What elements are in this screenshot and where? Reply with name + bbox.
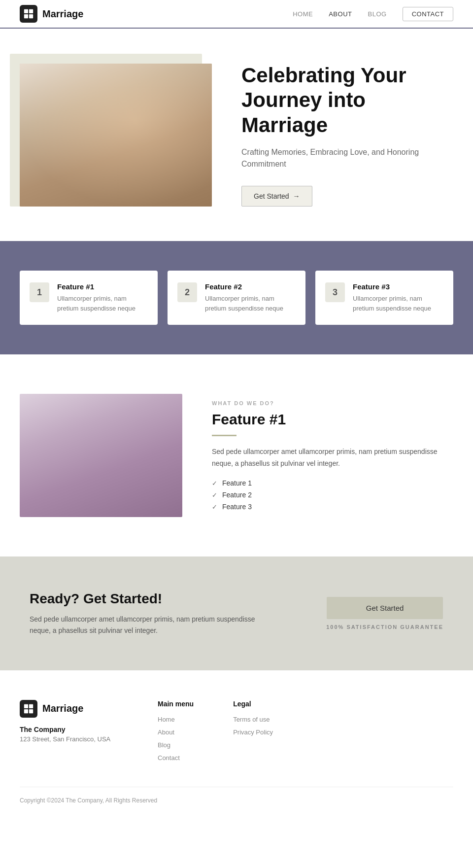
- features-section: 1 Feature #1 Ullamcorper primis, nam pre…: [0, 241, 473, 354]
- hero-cta-button[interactable]: Get Started →: [241, 186, 312, 207]
- cta-desc: Sed pede ullamcorper amet ullamcorper pr…: [30, 614, 276, 636]
- footer-legal: Legal Terms of use Privacy Policy: [233, 700, 273, 762]
- cta-right: Get Started 100% SATISFACTION GUARANTEE: [326, 597, 443, 630]
- what-list-item-3: ✓ Feature 3: [212, 503, 453, 511]
- footer-link-contact[interactable]: Contact: [158, 754, 180, 762]
- logo-icon: [20, 5, 37, 23]
- cta-button[interactable]: Get Started: [327, 597, 443, 619]
- cta-title: Ready? Get Started!: [30, 591, 276, 607]
- svg-rect-4: [24, 704, 28, 708]
- footer-logo-icon: [20, 700, 37, 718]
- footer-main-menu-title: Main menu: [158, 700, 194, 708]
- nav-link-contact[interactable]: CONTACT: [403, 7, 453, 21]
- feature-num-3: 3: [325, 282, 345, 302]
- footer-copyright: Copyright ©2024 The Company, All Rights …: [20, 797, 453, 804]
- svg-rect-7: [29, 709, 33, 713]
- svg-rect-3: [29, 14, 33, 18]
- svg-rect-5: [29, 704, 33, 708]
- what-list: ✓ Feature 1 ✓ Feature 2 ✓ Feature 3: [212, 479, 453, 511]
- nav-link-about[interactable]: ABOUT: [329, 10, 352, 18]
- hero-image-wrap: [20, 64, 212, 207]
- feature-card-2: 2 Feature #2 Ullamcorper primis, nam pre…: [168, 271, 305, 325]
- nav-link-blog[interactable]: BLOG: [368, 10, 387, 18]
- nav-brand-name: Marriage: [42, 8, 83, 20]
- nav-logo[interactable]: Marriage: [20, 5, 83, 23]
- what-text: WHAT DO WE DO? Feature #1 Sed pede ullam…: [212, 400, 453, 511]
- what-list-label-3: Feature 3: [222, 503, 252, 511]
- nav-links: HOME ABOUT BLOG CONTACT: [293, 7, 453, 21]
- what-image: [20, 394, 182, 517]
- feature-card-1: 1 Feature #1 Ullamcorper primis, nam pre…: [20, 271, 158, 325]
- what-image-inner: [20, 394, 182, 517]
- hero-image: [20, 64, 212, 207]
- feature-card-1-title: Feature #1: [57, 282, 148, 291]
- navbar: Marriage HOME ABOUT BLOG CONTACT: [0, 0, 473, 29]
- cta-section: Ready? Get Started! Sed pede ullamcorper…: [0, 556, 473, 670]
- logo-svg: [23, 8, 34, 19]
- footer-main-menu-links: Home About Blog Contact: [158, 715, 194, 762]
- hero-cta-label: Get Started: [254, 192, 289, 200]
- what-desc: Sed pede ullamcorper amet ullamcorper pr…: [212, 446, 453, 470]
- svg-rect-6: [24, 709, 28, 713]
- footer-legal-title: Legal: [233, 700, 273, 708]
- footer-link-blog[interactable]: Blog: [158, 741, 170, 749]
- svg-rect-0: [24, 9, 28, 13]
- svg-rect-2: [24, 14, 28, 18]
- footer-logo-svg: [23, 703, 34, 714]
- check-icon-1: ✓: [212, 480, 217, 487]
- footer-top: Marriage The Company 123 Street, San Fra…: [20, 700, 453, 762]
- what-list-label-1: Feature 1: [222, 479, 252, 487]
- what-divider: [212, 435, 236, 436]
- cta-left: Ready? Get Started! Sed pede ullamcorper…: [30, 591, 276, 636]
- feature-card-3-title: Feature #3: [353, 282, 443, 291]
- feature-card-1-content: Feature #1 Ullamcorper primis, nam preti…: [57, 282, 148, 313]
- feature-num-2: 2: [177, 282, 197, 302]
- footer-link-privacy[interactable]: Privacy Policy: [233, 729, 273, 736]
- feature-card-2-content: Feature #2 Ullamcorper primis, nam preti…: [205, 282, 296, 313]
- cta-guarantee: 100% SATISFACTION GUARANTEE: [326, 624, 443, 630]
- footer-legal-links: Terms of use Privacy Policy: [233, 715, 273, 736]
- features-grid: 1 Feature #1 Ullamcorper primis, nam pre…: [20, 271, 453, 325]
- what-label: WHAT DO WE DO?: [212, 400, 453, 406]
- feature-card-1-desc: Ullamcorper primis, nam pretium suspendi…: [57, 294, 148, 313]
- feature-card-3-desc: Ullamcorper primis, nam pretium suspendi…: [353, 294, 443, 313]
- footer-main-menu: Main menu Home About Blog Contact: [158, 700, 194, 762]
- arrow-icon: →: [293, 192, 300, 200]
- check-icon-3: ✓: [212, 503, 217, 511]
- footer-logo: Marriage: [20, 700, 118, 718]
- feature-card-3: 3 Feature #3 Ullamcorper primis, nam pre…: [315, 271, 453, 325]
- footer: Marriage The Company 123 Street, San Fra…: [0, 670, 473, 819]
- hero-section: Celebrating Your Journey into Marriage C…: [0, 29, 473, 241]
- feature-num-1: 1: [30, 282, 49, 302]
- what-title: Feature #1: [212, 411, 453, 428]
- what-list-label-2: Feature 2: [222, 491, 252, 499]
- hero-subtitle: Crafting Memories, Embracing Love, and H…: [241, 146, 453, 170]
- feature-card-3-content: Feature #3 Ullamcorper primis, nam preti…: [353, 282, 443, 313]
- hero-text: Celebrating Your Journey into Marriage C…: [241, 63, 453, 207]
- what-list-item-2: ✓ Feature 2: [212, 491, 453, 499]
- feature-card-2-desc: Ullamcorper primis, nam pretium suspendi…: [205, 294, 296, 313]
- hero-image-placeholder: [20, 64, 212, 207]
- footer-link-home[interactable]: Home: [158, 716, 175, 723]
- what-section: WHAT DO WE DO? Feature #1 Sed pede ullam…: [0, 354, 473, 556]
- footer-brand: Marriage The Company 123 Street, San Fra…: [20, 700, 118, 762]
- svg-rect-1: [29, 9, 33, 13]
- footer-link-about[interactable]: About: [158, 729, 174, 736]
- footer-bottom: Copyright ©2024 The Company, All Rights …: [20, 787, 453, 804]
- nav-link-home[interactable]: HOME: [293, 10, 313, 18]
- feature-card-2-title: Feature #2: [205, 282, 296, 291]
- check-icon-2: ✓: [212, 491, 217, 499]
- footer-company: The Company: [20, 726, 118, 733]
- what-list-item-1: ✓ Feature 1: [212, 479, 453, 487]
- footer-address: 123 Street, San Francisco, USA: [20, 735, 118, 743]
- footer-link-terms[interactable]: Terms of use: [233, 716, 270, 723]
- hero-title: Celebrating Your Journey into Marriage: [241, 63, 453, 138]
- footer-brand-name: Marriage: [42, 703, 83, 714]
